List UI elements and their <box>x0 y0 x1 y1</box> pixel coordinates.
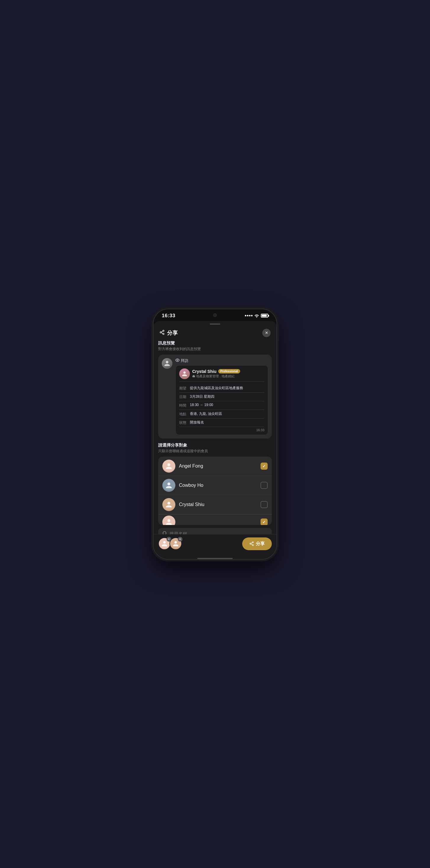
detail-label-2: 時間 <box>179 403 188 408</box>
detail-label-0: 期望 <box>179 385 188 391</box>
close-icon: ✕ <box>265 331 268 335</box>
status-icons <box>245 314 268 317</box>
contact-avatar-img-partial <box>162 516 175 525</box>
close-button[interactable]: ✕ <box>262 329 271 337</box>
contact-avatar-cowboy <box>162 479 175 492</box>
contact-avatar-angel <box>162 460 175 473</box>
inner-name: Crystal Shiu <box>192 369 217 374</box>
targets-section: 請選擇分享對象 只顯示曾聯絡過或追蹤中的會員 Angel Fong <box>158 443 272 534</box>
selected-avatar-wrap-0: ✕ <box>158 537 171 550</box>
contact-avatar-partial <box>162 516 175 525</box>
professional-badge: Professional <box>218 369 240 373</box>
search-input[interactable] <box>169 531 268 534</box>
share-icon <box>159 330 165 336</box>
signal-dots-icon <box>245 315 253 316</box>
contact-name-cowboy: Cowboy Ho <box>179 483 257 488</box>
bottom-bar: ✕ ✕ 分 <box>154 534 276 556</box>
detail-row-4: 狀態 開放報名 <box>179 418 264 427</box>
contact-item-partial[interactable] <box>158 514 272 525</box>
svg-point-7 <box>163 531 166 534</box>
preview-label: 訊息預覽 <box>158 341 272 346</box>
battery-icon <box>261 314 268 317</box>
detail-label-3: 地點 <box>179 411 188 417</box>
sender-avatar <box>162 358 172 369</box>
inner-sub: 地產及物業管理 . 地產經紀 <box>192 374 240 378</box>
detail-value-1: 3月28日 星期四 <box>190 394 264 400</box>
svg-line-12 <box>251 544 253 545</box>
modal-header: 分享 ✕ <box>154 324 276 341</box>
detail-value-0: 提供九龍城區及油尖旺區地產服務 <box>190 385 264 391</box>
visit-label: 拜訪 <box>175 358 268 364</box>
targets-sublabel: 只顯示曾聯絡過或追蹤中的會員 <box>158 448 272 454</box>
detail-value-3: 香港, 九龍, 油尖旺區 <box>190 411 264 417</box>
svg-line-13 <box>251 542 253 544</box>
selected-avatar-wrap-1: ✕ <box>169 537 182 550</box>
inner-avatar-img <box>179 368 190 379</box>
inner-subinfo: 地產及物業管理 . 地產經紀 <box>196 374 234 378</box>
svg-rect-6 <box>193 376 195 377</box>
home-indicator <box>197 558 233 559</box>
inner-card: Crystal Shiu Professional 地產及物業管理 . 地產經紀 <box>175 365 268 435</box>
contact-item-angel[interactable]: Angel Fong <box>158 457 272 476</box>
preview-sublabel: 對方將會接收到的訊息預覽 <box>158 346 272 351</box>
detail-label-1: 日期 <box>179 394 188 400</box>
checkbox-cowboy[interactable] <box>261 482 268 489</box>
contact-avatar-crystal <box>162 498 175 511</box>
contact-item-crystal[interactable]: Crystal Shiu <box>158 495 272 514</box>
svg-line-4 <box>161 331 163 332</box>
status-time: 16:33 <box>162 313 175 319</box>
inner-name-area: Crystal Shiu Professional <box>192 369 240 374</box>
preview-body: 拜訪 <box>175 358 268 435</box>
checkbox-crystal[interactable] <box>261 501 268 508</box>
contact-avatar-img-crystal <box>162 498 175 511</box>
search-icon <box>162 531 167 534</box>
preview-card: 拜訪 <box>158 354 272 439</box>
search-bar <box>158 528 272 534</box>
contact-item-cowboy[interactable]: Cowboy Ho <box>158 476 272 495</box>
inner-name-block: Crystal Shiu Professional 地產及物業管理 . 地產經紀 <box>192 369 240 378</box>
detail-label-4: 狀態 <box>179 420 188 425</box>
detail-row-1: 日期 3月28日 星期四 <box>179 393 264 401</box>
detail-row-0: 期望 提供九龍城區及油尖旺區地產服務 <box>179 384 264 393</box>
remove-badge-crystal[interactable]: ✕ <box>178 537 183 541</box>
contact-avatar-img-angel <box>162 460 175 473</box>
contact-name-angel: Angel Fong <box>179 463 257 469</box>
checkbox-partial[interactable] <box>261 519 268 525</box>
share-button[interactable]: 分享 <box>242 537 272 550</box>
wifi-icon <box>254 314 259 317</box>
inner-card-header: Crystal Shiu Professional 地產及物業管理 . 地產經紀 <box>179 368 264 382</box>
contact-name-crystal: Crystal Shiu <box>179 502 257 507</box>
detail-value-2: 18:30 → 19:00 <box>190 403 264 408</box>
modal-title: 分享 <box>167 330 262 337</box>
svg-point-5 <box>177 360 178 361</box>
modal-content: 訊息預覽 對方將會接收到的訊息預覽 <box>154 341 276 534</box>
svg-line-3 <box>161 333 163 334</box>
detail-row-3: 地點 香港, 九龍, 油尖旺區 <box>179 410 264 418</box>
detail-value-4: 開放報名 <box>190 420 264 425</box>
visit-icon <box>175 358 179 363</box>
camera-dot <box>213 313 217 317</box>
card-timestamp: 16:33 <box>179 428 264 432</box>
preview-section: 訊息預覽 對方將會接收到的訊息預覽 <box>158 341 272 439</box>
inner-avatar <box>179 368 190 379</box>
sender-avatar-img <box>162 358 172 369</box>
modal-sheet: 分享 ✕ 訊息預覽 對方將會接收到的訊息預覽 <box>154 321 276 559</box>
contact-avatar-img-cowboy <box>162 479 175 492</box>
targets-label: 請選擇分享對象 <box>158 443 272 448</box>
detail-row-2: 時間 18:30 → 19:00 <box>179 401 264 410</box>
contact-list: Angel Fong Cowboy Ho <box>158 457 272 525</box>
share-button-label: 分享 <box>256 541 265 547</box>
selected-avatars: ✕ ✕ <box>158 537 179 550</box>
phone-frame: 16:33 分享 <box>153 309 277 560</box>
checkbox-angel[interactable] <box>261 463 268 470</box>
